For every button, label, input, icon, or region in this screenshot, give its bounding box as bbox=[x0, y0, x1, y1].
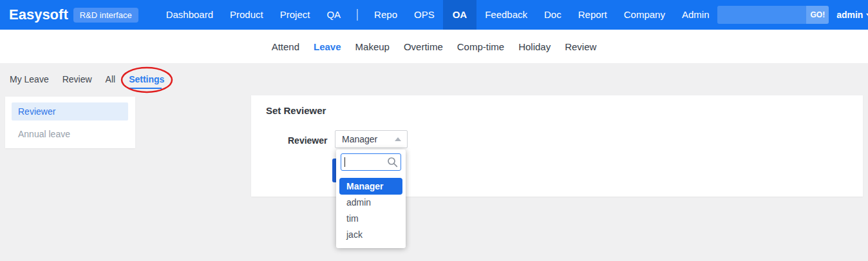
tab-settings-label: Settings bbox=[129, 74, 164, 84]
reviewer-field-label: Reviewer bbox=[288, 135, 327, 146]
subnav-item-holiday[interactable]: Holiday bbox=[511, 41, 558, 52]
nav-item-project[interactable]: Project bbox=[272, 0, 319, 30]
search-go-button[interactable]: GO! bbox=[806, 6, 829, 24]
nav-item-report[interactable]: Report bbox=[570, 0, 616, 30]
nav-divider bbox=[357, 9, 358, 21]
nav-item-qa[interactable]: QA bbox=[318, 0, 349, 30]
subnav-item-review[interactable]: Review bbox=[558, 41, 603, 52]
subnav-item-makeup[interactable]: Makeup bbox=[348, 41, 397, 52]
settings-sidebar: Reviewer Annual leave bbox=[5, 97, 135, 148]
nav-item-oa[interactable]: OA bbox=[443, 0, 477, 30]
sidebar-item-annual-leave[interactable]: Annual leave bbox=[5, 128, 135, 140]
nav-item-company[interactable]: Company bbox=[616, 0, 674, 30]
nav-item-feedback[interactable]: Feedback bbox=[476, 0, 536, 30]
tab-settings[interactable]: Settings bbox=[129, 74, 164, 84]
subnav-item-attend[interactable]: Attend bbox=[265, 41, 307, 52]
set-reviewer-panel: Set Reviewer Reviewer Manager Manager ad… bbox=[251, 95, 863, 197]
user-menu[interactable]: admin bbox=[836, 10, 868, 20]
app-header: Easysoft R&D interface Dashboard Product… bbox=[0, 0, 868, 30]
reviewer-select[interactable]: Manager bbox=[335, 130, 408, 148]
dropdown-option-jack[interactable]: jack bbox=[336, 227, 406, 243]
tab-all[interactable]: All bbox=[106, 74, 116, 84]
nav-item-product[interactable]: Product bbox=[222, 0, 272, 30]
nav-item-doc[interactable]: Doc bbox=[536, 0, 570, 30]
subnav-item-leave[interactable]: Leave bbox=[307, 41, 348, 52]
header-nav: Dashboard Product Project QA Repo OPS OA… bbox=[158, 0, 718, 30]
user-name: admin bbox=[836, 10, 863, 20]
module-subnav: Attend Leave Makeup Overtime Comp-time H… bbox=[0, 30, 868, 63]
dropdown-option-tim[interactable]: tim bbox=[336, 211, 406, 227]
panel-title: Set Reviewer bbox=[266, 105, 326, 116]
subnav-item-overtime[interactable]: Overtime bbox=[397, 41, 450, 52]
search-icon bbox=[387, 157, 398, 168]
dropdown-option-admin[interactable]: admin bbox=[336, 195, 406, 211]
brand-logo[interactable]: Easysoft bbox=[9, 6, 68, 23]
edition-badge: R&D interface bbox=[73, 8, 138, 23]
reviewer-dropdown-panel: Manager admin tim jack bbox=[336, 150, 406, 248]
tab-review[interactable]: Review bbox=[62, 74, 92, 84]
subnav-item-comptime[interactable]: Comp-time bbox=[450, 41, 511, 52]
tab-my-leave[interactable]: My Leave bbox=[10, 74, 49, 84]
leave-tabs: My Leave Review All Settings bbox=[0, 63, 178, 95]
dropdown-option-list: Manager admin tim jack bbox=[336, 178, 406, 243]
text-caret bbox=[344, 157, 345, 167]
header-search-input[interactable] bbox=[717, 6, 806, 24]
dropdown-option-manager[interactable]: Manager bbox=[339, 178, 402, 195]
chevron-up-icon bbox=[395, 137, 401, 141]
nav-item-ops[interactable]: OPS bbox=[406, 0, 443, 30]
header-search: GO! bbox=[717, 6, 829, 24]
reviewer-select-value: Manager bbox=[342, 134, 377, 144]
nav-item-repo[interactable]: Repo bbox=[366, 0, 406, 30]
nav-item-admin[interactable]: Admin bbox=[674, 0, 718, 30]
active-tab-underline bbox=[129, 88, 162, 89]
sidebar-item-reviewer[interactable]: Reviewer bbox=[12, 102, 128, 121]
dropdown-search bbox=[341, 153, 401, 171]
nav-item-dashboard[interactable]: Dashboard bbox=[158, 0, 222, 30]
